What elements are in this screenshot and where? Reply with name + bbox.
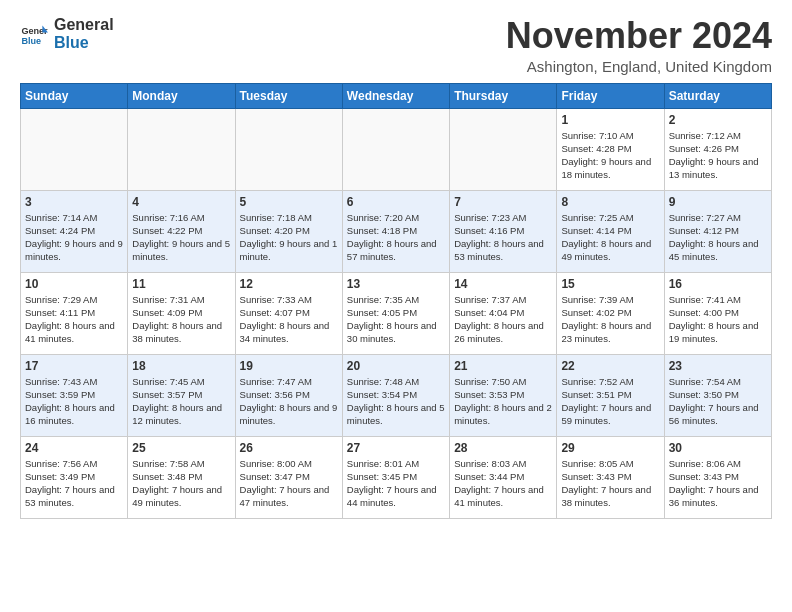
- day-number: 28: [454, 441, 552, 455]
- day-number: 30: [669, 441, 767, 455]
- day-info: Sunrise: 7:16 AM Sunset: 4:22 PM Dayligh…: [132, 211, 230, 264]
- day-number: 20: [347, 359, 445, 373]
- day-number: 9: [669, 195, 767, 209]
- calendar-cell: 14Sunrise: 7:37 AM Sunset: 4:04 PM Dayli…: [450, 272, 557, 354]
- day-number: 8: [561, 195, 659, 209]
- day-info: Sunrise: 7:47 AM Sunset: 3:56 PM Dayligh…: [240, 375, 338, 428]
- day-info: Sunrise: 7:18 AM Sunset: 4:20 PM Dayligh…: [240, 211, 338, 264]
- day-number: 22: [561, 359, 659, 373]
- calendar-cell: 8Sunrise: 7:25 AM Sunset: 4:14 PM Daylig…: [557, 190, 664, 272]
- day-number: 4: [132, 195, 230, 209]
- day-info: Sunrise: 7:39 AM Sunset: 4:02 PM Dayligh…: [561, 293, 659, 346]
- day-number: 3: [25, 195, 123, 209]
- col-monday: Monday: [128, 83, 235, 108]
- day-number: 19: [240, 359, 338, 373]
- col-wednesday: Wednesday: [342, 83, 449, 108]
- day-number: 11: [132, 277, 230, 291]
- calendar-cell: 23Sunrise: 7:54 AM Sunset: 3:50 PM Dayli…: [664, 354, 771, 436]
- calendar-cell: [21, 108, 128, 190]
- week-row-5: 24Sunrise: 7:56 AM Sunset: 3:49 PM Dayli…: [21, 436, 772, 518]
- col-sunday: Sunday: [21, 83, 128, 108]
- day-number: 23: [669, 359, 767, 373]
- month-title: November 2024: [506, 16, 772, 56]
- calendar-cell: 4Sunrise: 7:16 AM Sunset: 4:22 PM Daylig…: [128, 190, 235, 272]
- day-info: Sunrise: 8:03 AM Sunset: 3:44 PM Dayligh…: [454, 457, 552, 510]
- calendar-cell: 11Sunrise: 7:31 AM Sunset: 4:09 PM Dayli…: [128, 272, 235, 354]
- calendar-cell: 27Sunrise: 8:01 AM Sunset: 3:45 PM Dayli…: [342, 436, 449, 518]
- calendar-cell: 10Sunrise: 7:29 AM Sunset: 4:11 PM Dayli…: [21, 272, 128, 354]
- day-info: Sunrise: 7:43 AM Sunset: 3:59 PM Dayligh…: [25, 375, 123, 428]
- day-info: Sunrise: 7:50 AM Sunset: 3:53 PM Dayligh…: [454, 375, 552, 428]
- logo-blue: Blue: [54, 34, 114, 52]
- calendar-cell: 15Sunrise: 7:39 AM Sunset: 4:02 PM Dayli…: [557, 272, 664, 354]
- day-number: 10: [25, 277, 123, 291]
- calendar-cell: [235, 108, 342, 190]
- day-info: Sunrise: 8:06 AM Sunset: 3:43 PM Dayligh…: [669, 457, 767, 510]
- day-info: Sunrise: 7:12 AM Sunset: 4:26 PM Dayligh…: [669, 129, 767, 182]
- calendar-cell: 29Sunrise: 8:05 AM Sunset: 3:43 PM Dayli…: [557, 436, 664, 518]
- col-tuesday: Tuesday: [235, 83, 342, 108]
- page: General Blue General Blue General Blue N…: [0, 0, 792, 529]
- day-info: Sunrise: 7:29 AM Sunset: 4:11 PM Dayligh…: [25, 293, 123, 346]
- calendar-cell: 13Sunrise: 7:35 AM Sunset: 4:05 PM Dayli…: [342, 272, 449, 354]
- day-number: 7: [454, 195, 552, 209]
- title-block: November 2024 Ashington, England, United…: [506, 16, 772, 75]
- calendar-cell: [450, 108, 557, 190]
- day-number: 17: [25, 359, 123, 373]
- day-info: Sunrise: 7:25 AM Sunset: 4:14 PM Dayligh…: [561, 211, 659, 264]
- day-info: Sunrise: 7:10 AM Sunset: 4:28 PM Dayligh…: [561, 129, 659, 182]
- day-info: Sunrise: 7:58 AM Sunset: 3:48 PM Dayligh…: [132, 457, 230, 510]
- day-info: Sunrise: 7:41 AM Sunset: 4:00 PM Dayligh…: [669, 293, 767, 346]
- day-info: Sunrise: 8:01 AM Sunset: 3:45 PM Dayligh…: [347, 457, 445, 510]
- day-number: 29: [561, 441, 659, 455]
- calendar-cell: 24Sunrise: 7:56 AM Sunset: 3:49 PM Dayli…: [21, 436, 128, 518]
- day-info: Sunrise: 7:35 AM Sunset: 4:05 PM Dayligh…: [347, 293, 445, 346]
- calendar-cell: 3Sunrise: 7:14 AM Sunset: 4:24 PM Daylig…: [21, 190, 128, 272]
- calendar-cell: 22Sunrise: 7:52 AM Sunset: 3:51 PM Dayli…: [557, 354, 664, 436]
- header-row: Sunday Monday Tuesday Wednesday Thursday…: [21, 83, 772, 108]
- calendar-cell: 2Sunrise: 7:12 AM Sunset: 4:26 PM Daylig…: [664, 108, 771, 190]
- day-info: Sunrise: 8:05 AM Sunset: 3:43 PM Dayligh…: [561, 457, 659, 510]
- day-number: 27: [347, 441, 445, 455]
- week-row-1: 1Sunrise: 7:10 AM Sunset: 4:28 PM Daylig…: [21, 108, 772, 190]
- day-number: 2: [669, 113, 767, 127]
- day-info: Sunrise: 8:00 AM Sunset: 3:47 PM Dayligh…: [240, 457, 338, 510]
- day-number: 26: [240, 441, 338, 455]
- calendar-cell: 19Sunrise: 7:47 AM Sunset: 3:56 PM Dayli…: [235, 354, 342, 436]
- calendar-cell: 30Sunrise: 8:06 AM Sunset: 3:43 PM Dayli…: [664, 436, 771, 518]
- col-saturday: Saturday: [664, 83, 771, 108]
- logo: General Blue General Blue General Blue: [20, 16, 114, 51]
- day-number: 6: [347, 195, 445, 209]
- col-thursday: Thursday: [450, 83, 557, 108]
- day-number: 21: [454, 359, 552, 373]
- day-info: Sunrise: 7:52 AM Sunset: 3:51 PM Dayligh…: [561, 375, 659, 428]
- day-number: 5: [240, 195, 338, 209]
- calendar-cell: 1Sunrise: 7:10 AM Sunset: 4:28 PM Daylig…: [557, 108, 664, 190]
- day-number: 13: [347, 277, 445, 291]
- header: General Blue General Blue General Blue N…: [20, 16, 772, 75]
- day-info: Sunrise: 7:56 AM Sunset: 3:49 PM Dayligh…: [25, 457, 123, 510]
- calendar-cell: 25Sunrise: 7:58 AM Sunset: 3:48 PM Dayli…: [128, 436, 235, 518]
- calendar-cell: 28Sunrise: 8:03 AM Sunset: 3:44 PM Dayli…: [450, 436, 557, 518]
- day-number: 1: [561, 113, 659, 127]
- day-info: Sunrise: 7:27 AM Sunset: 4:12 PM Dayligh…: [669, 211, 767, 264]
- day-number: 12: [240, 277, 338, 291]
- calendar-cell: 17Sunrise: 7:43 AM Sunset: 3:59 PM Dayli…: [21, 354, 128, 436]
- day-info: Sunrise: 7:23 AM Sunset: 4:16 PM Dayligh…: [454, 211, 552, 264]
- col-friday: Friday: [557, 83, 664, 108]
- week-row-2: 3Sunrise: 7:14 AM Sunset: 4:24 PM Daylig…: [21, 190, 772, 272]
- calendar-table: Sunday Monday Tuesday Wednesday Thursday…: [20, 83, 772, 519]
- day-number: 24: [25, 441, 123, 455]
- logo-general: General: [54, 16, 114, 34]
- calendar-cell: 20Sunrise: 7:48 AM Sunset: 3:54 PM Dayli…: [342, 354, 449, 436]
- location-title: Ashington, England, United Kingdom: [506, 58, 772, 75]
- week-row-4: 17Sunrise: 7:43 AM Sunset: 3:59 PM Dayli…: [21, 354, 772, 436]
- calendar-cell: 9Sunrise: 7:27 AM Sunset: 4:12 PM Daylig…: [664, 190, 771, 272]
- calendar-cell: 12Sunrise: 7:33 AM Sunset: 4:07 PM Dayli…: [235, 272, 342, 354]
- calendar-cell: 16Sunrise: 7:41 AM Sunset: 4:00 PM Dayli…: [664, 272, 771, 354]
- day-info: Sunrise: 7:14 AM Sunset: 4:24 PM Dayligh…: [25, 211, 123, 264]
- calendar-cell: 7Sunrise: 7:23 AM Sunset: 4:16 PM Daylig…: [450, 190, 557, 272]
- calendar-cell: 21Sunrise: 7:50 AM Sunset: 3:53 PM Dayli…: [450, 354, 557, 436]
- day-info: Sunrise: 7:33 AM Sunset: 4:07 PM Dayligh…: [240, 293, 338, 346]
- day-number: 16: [669, 277, 767, 291]
